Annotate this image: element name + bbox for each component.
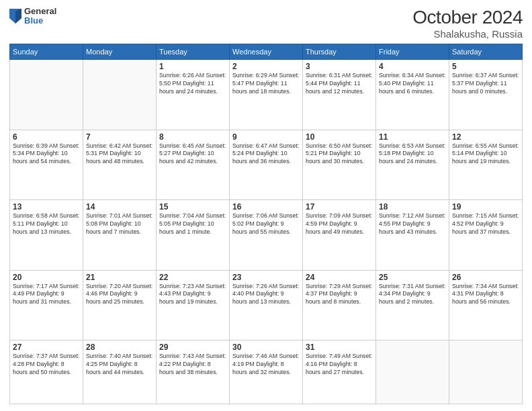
calendar-day: 14Sunrise: 7:01 AM Sunset: 5:08 PM Dayli… (83, 200, 157, 271)
calendar-week-3: 20Sunrise: 7:17 AM Sunset: 4:49 PM Dayli… (10, 270, 523, 340)
day-number: 23 (232, 273, 300, 282)
day-number: 29 (159, 342, 226, 352)
day-detail: Sunrise: 7:26 AM Sunset: 4:40 PM Dayligh… (232, 283, 300, 307)
day-detail: Sunrise: 7:12 AM Sunset: 4:55 PM Dayligh… (379, 212, 446, 236)
day-detail: Sunrise: 6:39 AM Sunset: 5:34 PM Dayligh… (13, 142, 80, 167)
day-detail: Sunrise: 7:40 AM Sunset: 4:25 PM Dayligh… (86, 353, 153, 377)
day-detail: Sunrise: 6:50 AM Sunset: 5:21 PM Dayligh… (306, 142, 373, 167)
day-number: 24 (306, 273, 373, 282)
day-number: 1 (159, 62, 226, 71)
calendar-day: 10Sunrise: 6:50 AM Sunset: 5:21 PM Dayli… (303, 130, 376, 200)
title-location: Shalakusha, Russia (412, 28, 523, 40)
day-number: 13 (13, 202, 80, 212)
calendar-day: 26Sunrise: 7:34 AM Sunset: 4:31 PM Dayli… (449, 270, 523, 340)
day-number: 31 (306, 342, 373, 352)
calendar-day (83, 60, 157, 130)
calendar-day: 25Sunrise: 7:31 AM Sunset: 4:34 PM Dayli… (376, 270, 449, 340)
calendar-week-4: 27Sunrise: 7:37 AM Sunset: 4:28 PM Dayli… (10, 340, 523, 404)
calendar-day: 24Sunrise: 7:29 AM Sunset: 4:37 PM Dayli… (303, 270, 376, 340)
calendar-day: 12Sunrise: 6:55 AM Sunset: 5:14 PM Dayli… (449, 130, 523, 200)
day-detail: Sunrise: 7:29 AM Sunset: 4:37 PM Dayligh… (306, 283, 373, 307)
day-number: 11 (379, 132, 446, 142)
day-number: 18 (379, 202, 446, 212)
day-detail: Sunrise: 7:37 AM Sunset: 4:28 PM Dayligh… (13, 353, 80, 377)
calendar-day (10, 60, 83, 130)
calendar-day: 20Sunrise: 7:17 AM Sunset: 4:49 PM Dayli… (10, 270, 83, 340)
calendar-week-2: 13Sunrise: 6:58 AM Sunset: 5:11 PM Dayli… (10, 200, 523, 271)
logo-blue: Blue (24, 16, 56, 26)
page: General Blue October 2024 Shalakusha, Ru… (0, 0, 532, 411)
calendar-day: 29Sunrise: 7:43 AM Sunset: 4:22 PM Dayli… (157, 340, 230, 404)
day-number: 3 (306, 62, 373, 71)
calendar-day: 3Sunrise: 6:31 AM Sunset: 5:44 PM Daylig… (303, 60, 376, 130)
title-month: October 2024 (412, 7, 523, 28)
calendar-day: 4Sunrise: 6:34 AM Sunset: 5:40 PM Daylig… (376, 60, 449, 130)
calendar-day: 6Sunrise: 6:39 AM Sunset: 5:34 PM Daylig… (10, 130, 83, 200)
day-header-tuesday: Tuesday (157, 44, 230, 60)
day-detail: Sunrise: 7:17 AM Sunset: 4:49 PM Dayligh… (13, 283, 80, 307)
day-detail: Sunrise: 6:55 AM Sunset: 5:14 PM Dayligh… (452, 142, 519, 167)
day-detail: Sunrise: 7:43 AM Sunset: 4:22 PM Dayligh… (159, 353, 226, 377)
day-detail: Sunrise: 6:29 AM Sunset: 5:47 PM Dayligh… (232, 72, 300, 96)
calendar-day: 22Sunrise: 7:23 AM Sunset: 4:43 PM Dayli… (157, 270, 230, 340)
day-detail: Sunrise: 7:34 AM Sunset: 4:31 PM Dayligh… (452, 283, 519, 307)
calendar-day: 13Sunrise: 6:58 AM Sunset: 5:11 PM Dayli… (10, 200, 83, 271)
calendar-week-0: 1Sunrise: 6:26 AM Sunset: 5:50 PM Daylig… (10, 60, 523, 130)
calendar-day: 23Sunrise: 7:26 AM Sunset: 4:40 PM Dayli… (230, 270, 303, 340)
calendar-day: 30Sunrise: 7:46 AM Sunset: 4:19 PM Dayli… (230, 340, 303, 404)
calendar-day: 2Sunrise: 6:29 AM Sunset: 5:47 PM Daylig… (230, 60, 303, 130)
day-detail: Sunrise: 6:53 AM Sunset: 5:18 PM Dayligh… (379, 142, 446, 167)
day-detail: Sunrise: 7:06 AM Sunset: 5:02 PM Dayligh… (232, 212, 300, 236)
day-number: 10 (306, 132, 373, 142)
day-number: 8 (159, 132, 226, 142)
day-detail: Sunrise: 6:45 AM Sunset: 5:27 PM Dayligh… (159, 142, 226, 167)
calendar-day: 19Sunrise: 7:15 AM Sunset: 4:52 PM Dayli… (449, 200, 523, 271)
calendar-day: 8Sunrise: 6:45 AM Sunset: 5:27 PM Daylig… (157, 130, 230, 200)
day-number: 9 (232, 132, 300, 142)
day-header-wednesday: Wednesday (230, 44, 303, 60)
calendar-day (376, 340, 449, 404)
day-detail: Sunrise: 6:34 AM Sunset: 5:40 PM Dayligh… (379, 72, 446, 96)
day-number: 27 (13, 342, 80, 352)
calendar-day: 21Sunrise: 7:20 AM Sunset: 4:46 PM Dayli… (83, 270, 157, 340)
day-detail: Sunrise: 7:31 AM Sunset: 4:34 PM Dayligh… (379, 283, 446, 307)
day-number: 15 (159, 202, 226, 212)
header: General Blue October 2024 Shalakusha, Ru… (9, 7, 523, 40)
day-number: 21 (86, 273, 153, 282)
calendar-day: 5Sunrise: 6:37 AM Sunset: 5:37 PM Daylig… (449, 60, 523, 130)
calendar-day: 17Sunrise: 7:09 AM Sunset: 4:59 PM Dayli… (303, 200, 376, 271)
calendar-day: 16Sunrise: 7:06 AM Sunset: 5:02 PM Dayli… (230, 200, 303, 271)
logo-general: General (24, 7, 56, 16)
calendar-day: 15Sunrise: 7:04 AM Sunset: 5:05 PM Dayli… (157, 200, 230, 271)
calendar-day: 1Sunrise: 6:26 AM Sunset: 5:50 PM Daylig… (157, 60, 230, 130)
calendar-header-row: SundayMondayTuesdayWednesdayThursdayFrid… (10, 44, 523, 60)
calendar-week-1: 6Sunrise: 6:39 AM Sunset: 5:34 PM Daylig… (10, 130, 523, 200)
logo: General Blue (9, 7, 56, 26)
logo-text: General Blue (24, 7, 56, 26)
day-detail: Sunrise: 6:37 AM Sunset: 5:37 PM Dayligh… (452, 72, 519, 96)
day-detail: Sunrise: 7:23 AM Sunset: 4:43 PM Dayligh… (159, 283, 226, 307)
day-number: 25 (379, 273, 446, 282)
day-detail: Sunrise: 6:31 AM Sunset: 5:44 PM Dayligh… (306, 72, 373, 96)
day-detail: Sunrise: 7:46 AM Sunset: 4:19 PM Dayligh… (232, 353, 300, 377)
title-section: October 2024 Shalakusha, Russia (412, 7, 523, 40)
day-number: 20 (13, 273, 80, 282)
calendar-day: 9Sunrise: 6:47 AM Sunset: 5:24 PM Daylig… (230, 130, 303, 200)
day-detail: Sunrise: 6:58 AM Sunset: 5:11 PM Dayligh… (13, 212, 80, 236)
day-detail: Sunrise: 7:15 AM Sunset: 4:52 PM Dayligh… (452, 212, 519, 236)
day-number: 2 (232, 62, 300, 71)
day-header-saturday: Saturday (449, 44, 523, 60)
day-number: 22 (159, 273, 226, 282)
day-detail: Sunrise: 7:09 AM Sunset: 4:59 PM Dayligh… (306, 212, 373, 236)
day-header-thursday: Thursday (303, 44, 376, 60)
day-header-monday: Monday (83, 44, 157, 60)
day-number: 17 (306, 202, 373, 212)
calendar-day: 28Sunrise: 7:40 AM Sunset: 4:25 PM Dayli… (83, 340, 157, 404)
calendar-day: 11Sunrise: 6:53 AM Sunset: 5:18 PM Dayli… (376, 130, 449, 200)
logo-icon (9, 9, 21, 24)
day-number: 6 (13, 132, 80, 142)
day-number: 4 (379, 62, 446, 71)
day-number: 28 (86, 342, 153, 352)
day-detail: Sunrise: 7:04 AM Sunset: 5:05 PM Dayligh… (159, 212, 226, 236)
day-number: 16 (232, 202, 300, 212)
